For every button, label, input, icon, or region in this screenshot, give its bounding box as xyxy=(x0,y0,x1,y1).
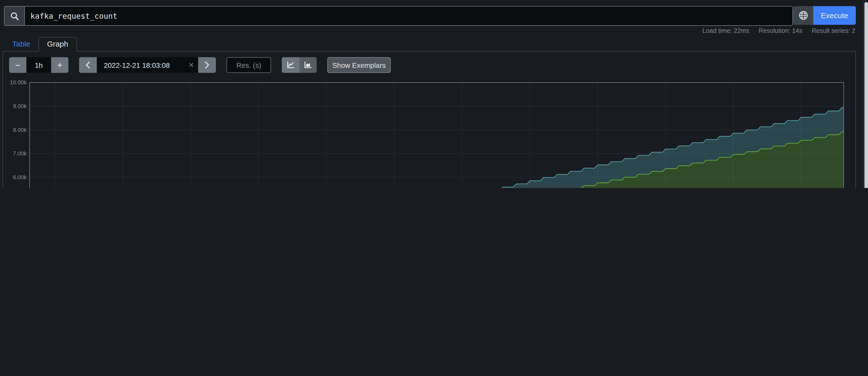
query-stats: Load time: 22ms Resolution: 14s Result s… xyxy=(695,27,855,34)
graph-panel: − + ✕ xyxy=(3,52,856,188)
range-decrease-button[interactable]: − xyxy=(9,57,26,73)
graph-toolbar: − + ✕ xyxy=(9,57,391,73)
chevron-left-icon xyxy=(85,61,91,69)
time-input-wrap: ✕ xyxy=(97,57,198,73)
search-icon-box xyxy=(5,7,25,25)
chevron-right-icon xyxy=(204,61,210,69)
search-icon xyxy=(10,11,19,21)
y-tick-label: 10.00k xyxy=(10,79,27,86)
line-chart-button[interactable] xyxy=(282,57,299,73)
range-group: − + xyxy=(9,57,68,73)
page-scrollbar xyxy=(863,0,868,188)
load-time: Load time: 22ms xyxy=(703,27,749,34)
chart-canvas[interactable]: 0.001.00k2.00k3.00k4.00k5.00k6.00k7.00k8… xyxy=(3,77,856,188)
result-series: Result series: 2 xyxy=(812,27,855,34)
y-tick-label: 8.00k xyxy=(13,127,27,133)
time-back-button[interactable] xyxy=(79,57,97,73)
y-tick-label: 7.00k xyxy=(13,150,27,157)
tab-table[interactable]: Table xyxy=(4,37,38,51)
stacked-chart-icon xyxy=(304,61,312,69)
series-layer xyxy=(30,107,844,188)
tab-bar: Table Graph xyxy=(3,38,856,52)
stacked-chart-button[interactable] xyxy=(299,57,317,73)
range-increase-button[interactable]: + xyxy=(51,57,68,73)
tab-graph[interactable]: Graph xyxy=(38,37,77,52)
metrics-explorer-button[interactable] xyxy=(793,6,813,25)
scrollbar-thumb[interactable] xyxy=(864,2,868,188)
resolution: Resolution: 14s xyxy=(758,27,802,34)
query-input[interactable] xyxy=(25,7,793,25)
resolution-input[interactable] xyxy=(226,57,271,73)
time-group: ✕ xyxy=(79,57,216,73)
time-forward-button[interactable] xyxy=(198,57,216,73)
clear-time-icon[interactable]: ✕ xyxy=(188,57,194,73)
y-tick-label: 9.00k xyxy=(13,103,27,109)
line-chart-icon xyxy=(286,61,295,69)
globe-icon xyxy=(798,11,808,20)
end-time-input[interactable] xyxy=(97,57,198,73)
prometheus-graph-page: Execute Load time: 22ms Resolution: 14s … xyxy=(0,0,868,188)
y-tick-label: 6.00k xyxy=(13,174,27,180)
execute-group: Execute xyxy=(793,6,856,25)
chart-area: 0.001.00k2.00k3.00k4.00k5.00k6.00k7.00k8… xyxy=(3,77,856,188)
chart-type-group xyxy=(282,57,317,73)
show-exemplars-button[interactable]: Show Exemplars xyxy=(327,57,391,73)
range-input[interactable] xyxy=(26,57,51,73)
execute-button[interactable]: Execute xyxy=(813,6,856,25)
query-input-group xyxy=(4,6,793,26)
